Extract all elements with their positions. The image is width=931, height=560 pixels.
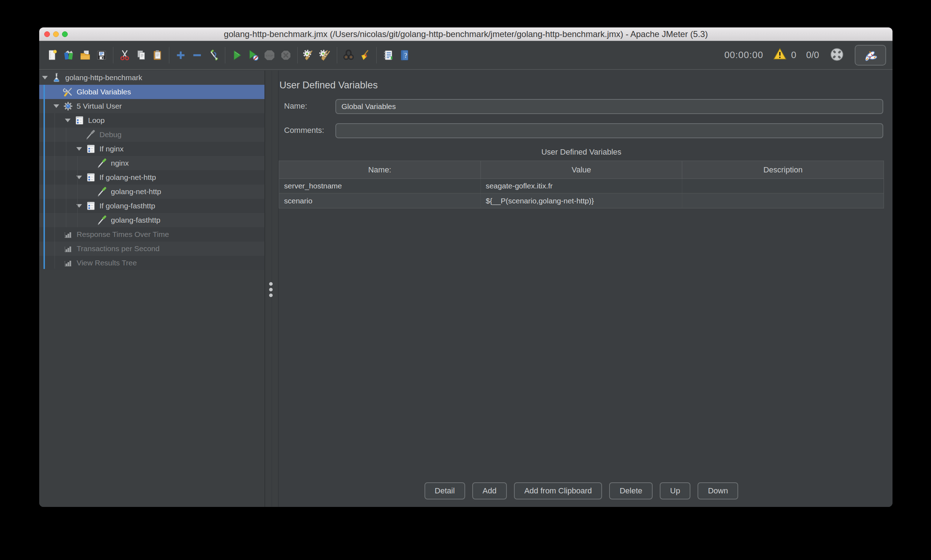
clear-all-icon[interactable] bbox=[317, 47, 334, 63]
table-header-row: Name: Value Description bbox=[279, 161, 883, 179]
open-file-icon[interactable] bbox=[77, 47, 93, 63]
column-header-value[interactable]: Value bbox=[481, 161, 683, 178]
zoom-out-icon[interactable] bbox=[189, 47, 205, 63]
table-row: scenario ${__P(scenario,golang-net-http)… bbox=[279, 194, 883, 208]
search-icon[interactable] bbox=[341, 47, 357, 63]
up-button[interactable]: Up bbox=[660, 482, 691, 500]
zoom-in-icon[interactable] bbox=[173, 47, 189, 63]
controller-window-icon bbox=[74, 115, 85, 126]
tree-item-label: View Results Tree bbox=[77, 258, 137, 267]
toolbar-status-cluster: 00:00:00 0 0/0 bbox=[724, 45, 886, 66]
titlebar[interactable]: golang-http-benchmark.jmx (/Users/nicola… bbox=[39, 28, 892, 41]
splitter-grip-icon[interactable] bbox=[269, 280, 273, 299]
tree-item-label: Debug bbox=[99, 131, 122, 139]
controller-window-icon bbox=[86, 143, 96, 154]
name-input[interactable] bbox=[335, 99, 883, 114]
thread-group-gear-icon bbox=[63, 101, 73, 111]
cell-value[interactable]: ${__P(scenario,golang-net-http)} bbox=[481, 194, 683, 208]
search-reset-icon[interactable] bbox=[357, 47, 373, 63]
column-header-description[interactable]: Description bbox=[682, 161, 883, 178]
paste-icon[interactable] bbox=[150, 47, 166, 63]
tree-item-if-nginx[interactable]: If nginx bbox=[39, 142, 265, 156]
cut-icon[interactable] bbox=[117, 47, 133, 63]
tree-item-response-times-over-time[interactable]: Response Times Over Time bbox=[39, 227, 265, 242]
copy-icon[interactable] bbox=[133, 47, 150, 63]
tree-item-transactions-per-second[interactable]: Transactions per Second bbox=[39, 242, 265, 256]
shutdown-icon[interactable] bbox=[277, 47, 294, 63]
delete-button[interactable]: Delete bbox=[609, 482, 653, 500]
save-icon[interactable] bbox=[93, 47, 110, 63]
cell-value[interactable]: seagate-goflex.itix.fr bbox=[481, 179, 683, 193]
tree-item-label: golang-fasthttp bbox=[111, 216, 160, 225]
tree-indent-guide bbox=[54, 113, 55, 269]
tree-item-loop[interactable]: Loop bbox=[39, 113, 265, 128]
table-actions: Detail Add Add from Clipboard Delete Up … bbox=[279, 482, 884, 500]
down-button[interactable]: Down bbox=[698, 482, 738, 500]
toolbar: STOP ? 00:00:00 0 bbox=[39, 41, 892, 70]
new-file-icon[interactable] bbox=[44, 47, 60, 63]
plugins-manager-button[interactable] bbox=[855, 45, 886, 66]
cell-name[interactable]: scenario bbox=[279, 194, 481, 208]
sampler-green-icon bbox=[97, 186, 108, 197]
elapsed-timer: 00:00:00 bbox=[724, 49, 763, 60]
feathers-icon bbox=[863, 48, 878, 63]
svg-text:?: ? bbox=[404, 52, 407, 59]
templates-icon[interactable] bbox=[60, 47, 77, 63]
target-icon bbox=[829, 47, 845, 64]
cell-description[interactable] bbox=[682, 194, 883, 208]
tree-item-label: Loop bbox=[88, 116, 105, 125]
comments-label: Comments: bbox=[284, 126, 324, 135]
test-plan-tree: golang-http-benchmark Global Variables 5… bbox=[39, 71, 265, 507]
warning-icon[interactable] bbox=[773, 48, 787, 63]
help-icon[interactable]: ? bbox=[396, 47, 413, 63]
tree-item-golang-fasthttp[interactable]: golang-fasthttp bbox=[39, 213, 265, 227]
toolbar-separator bbox=[337, 47, 337, 63]
tree-focus-indicator bbox=[43, 85, 45, 269]
start-no-timers-icon[interactable] bbox=[245, 47, 261, 63]
tree-item-label: 5 Virtual User bbox=[77, 102, 122, 111]
add-button[interactable]: Add bbox=[472, 482, 507, 500]
sampler-green-icon bbox=[97, 158, 108, 169]
table-caption: User Defined Variables bbox=[279, 148, 884, 157]
tree-item-global-variables[interactable]: Global Variables bbox=[39, 85, 265, 99]
chevron-down-icon[interactable] bbox=[76, 147, 86, 151]
name-label: Name: bbox=[284, 102, 307, 111]
chevron-down-icon[interactable] bbox=[65, 118, 74, 122]
column-header-name[interactable]: Name: bbox=[279, 161, 481, 178]
tree-item-label: If golang-net-http bbox=[99, 173, 156, 182]
comments-input[interactable] bbox=[335, 123, 883, 138]
splitter-handle[interactable] bbox=[265, 71, 279, 507]
tree-indent-guide bbox=[77, 156, 78, 227]
start-icon[interactable] bbox=[228, 47, 245, 63]
tree-item-label: Transactions per Second bbox=[77, 245, 160, 253]
tree-item-if-golang-fasthttp[interactable]: If golang-fasthttp bbox=[39, 199, 265, 213]
chevron-down-icon[interactable] bbox=[42, 76, 51, 80]
sampler-green-icon bbox=[97, 215, 108, 226]
tree-item-view-results-tree[interactable]: View Results Tree bbox=[39, 256, 265, 270]
stop-icon[interactable]: STOP bbox=[261, 47, 277, 63]
detail-button[interactable]: Detail bbox=[424, 482, 465, 500]
listener-chart-icon bbox=[63, 229, 73, 240]
tree-item-debug[interactable]: Debug bbox=[39, 128, 265, 142]
cell-description[interactable] bbox=[682, 179, 883, 193]
listener-chart-icon bbox=[63, 243, 73, 254]
tree-item-nginx[interactable]: nginx bbox=[39, 156, 265, 170]
sampler-gray-icon bbox=[86, 129, 96, 140]
toolbar-separator bbox=[376, 47, 377, 63]
tree-item-thread-group[interactable]: 5 Virtual User bbox=[39, 99, 265, 113]
tree-item-label: Global Variables bbox=[77, 88, 131, 96]
cell-name[interactable]: server_hostname bbox=[279, 179, 481, 193]
warning-count: 0 bbox=[791, 49, 796, 60]
tree-item-test-plan[interactable]: golang-http-benchmark bbox=[39, 71, 265, 85]
clear-icon[interactable] bbox=[301, 47, 317, 63]
tree-item-if-golang-net-http[interactable]: If golang-net-http bbox=[39, 170, 265, 185]
tree-item-golang-net-http[interactable]: golang-net-http bbox=[39, 185, 265, 199]
chevron-down-icon[interactable] bbox=[54, 105, 63, 108]
wrench-screwdriver-icon bbox=[63, 86, 73, 97]
toggle-state-icon[interactable] bbox=[205, 47, 222, 63]
add-from-clipboard-button[interactable]: Add from Clipboard bbox=[514, 482, 603, 500]
function-helper-icon[interactable] bbox=[380, 47, 396, 63]
toolbar-separator bbox=[297, 47, 297, 63]
tree-item-label: Response Times Over Time bbox=[77, 230, 169, 238]
tree-item-label: golang-net-http bbox=[111, 188, 161, 196]
